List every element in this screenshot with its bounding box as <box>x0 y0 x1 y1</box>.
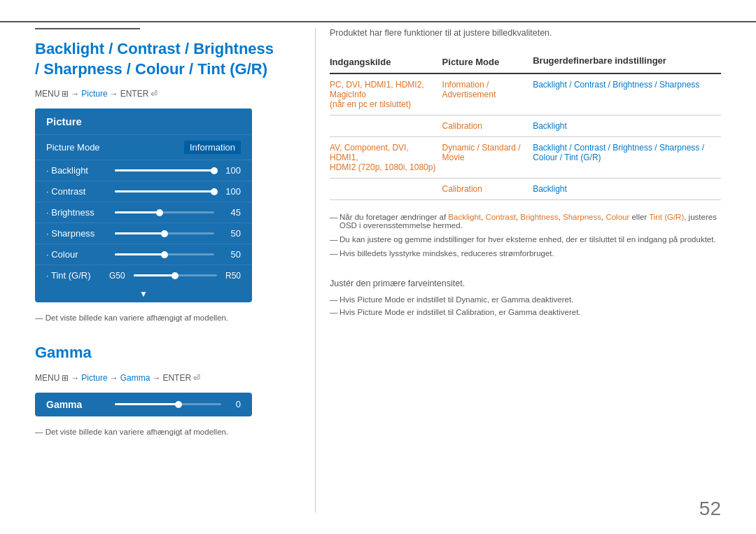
panel-header: Picture <box>35 108 252 134</box>
chevron-down-icon: ▼ <box>35 286 252 302</box>
gamma-row[interactable]: Gamma 0 <box>35 393 252 416</box>
settings-cell-3: Backlight / Contrast / Brightness / Shar… <box>533 137 721 178</box>
mode-cell-4: Calibration <box>442 178 533 200</box>
note-1: Når du foretager ændringer af Backlight,… <box>330 213 721 230</box>
tint-row[interactable]: · Tint (G/R) G50 R50 <box>35 265 252 286</box>
settings-cell-1: Backlight / Contrast / Brightness / Shar… <box>533 73 721 115</box>
contrast-value: 100 <box>220 186 241 197</box>
sharpness-value: 50 <box>220 228 241 239</box>
gamma-label: Gamma <box>46 399 109 410</box>
right-notes: Når du foretager ændringer af Backlight,… <box>330 213 721 258</box>
picture-mode-label: Picture Mode <box>46 142 184 153</box>
picture-mode-value: Information <box>184 141 241 154</box>
source-cell-2 <box>330 115 442 137</box>
section1-note: ― Det viste billede kan variere afhængig… <box>35 314 294 322</box>
section-rule <box>35 28 140 29</box>
gamma-value: 0 <box>227 399 241 409</box>
tint-g-value: G50 <box>109 271 125 281</box>
brightness-row[interactable]: · Brightness 45 <box>35 202 252 223</box>
contrast-row[interactable]: · Contrast 100 <box>35 181 252 202</box>
gamma-title: Gamma <box>35 343 294 363</box>
right-intro: Produktet har flere funktioner til at ju… <box>330 28 721 38</box>
colour-row[interactable]: · Colour 50 <box>35 244 252 265</box>
brightness-label: · Brightness <box>46 207 109 218</box>
gamma-note: ― Det viste billede kan variere afhængig… <box>35 428 294 436</box>
picture-panel: Picture Picture Mode Information · Backl… <box>35 108 252 302</box>
col-header-source: Indgangskilde <box>330 49 442 73</box>
top-rule <box>0 21 756 22</box>
colour-value: 50 <box>220 249 241 260</box>
gamma-right-section: Justér den primære farveintensitet. Hvis… <box>330 279 721 316</box>
source-cell-1: PC, DVI, HDMI1, HDMI2, MagicInfo(når en … <box>330 73 442 115</box>
arrow-icon: ⊞ <box>62 89 69 99</box>
menu-icon: ⊞ <box>62 373 69 383</box>
gamma-note-2: Hvis Picture Mode er indstillet til Cali… <box>330 308 721 316</box>
gamma-intro: Justér den primære farveintensitet. <box>330 279 721 288</box>
backlight-label: · Backlight <box>46 165 109 176</box>
menu-path-2: MENU ⊞ → Picture → Gamma → ENTER ⏎ <box>35 373 294 383</box>
contrast-slider[interactable] <box>115 190 214 192</box>
menu-path-1: MENU ⊞ → Picture → ENTER ⏎ <box>35 89 294 99</box>
settings-cell-2: Backlight <box>533 115 721 137</box>
gamma-slider[interactable] <box>115 403 221 405</box>
mode-cell-1: Information / Advertisement <box>442 73 533 115</box>
tint-slider[interactable] <box>134 274 217 276</box>
note-3: Hvis billedets lysstyrke mindskes, reduc… <box>330 249 721 258</box>
backlight-value: 100 <box>220 165 241 176</box>
col-header-mode: Picture Mode <box>442 49 533 73</box>
mode-cell-3: Dynamic / Standard / Movie <box>442 137 533 178</box>
tint-r-value: R50 <box>225 271 241 281</box>
gamma-note-1: Hvis Picture Mode er indstillet til Dyna… <box>330 295 721 304</box>
brightness-value: 45 <box>220 207 241 218</box>
sharpness-slider[interactable] <box>115 232 214 234</box>
backlight-slider[interactable] <box>115 169 214 171</box>
table-row: Calibration Backlight <box>330 178 721 200</box>
table-row: Calibration Backlight <box>330 115 721 137</box>
col-header-settings: Brugerdefinerbare indstillinger <box>533 49 721 73</box>
right-column: Produktet har flere funktioner til at ju… <box>315 28 721 513</box>
sharpness-row[interactable]: · Sharpness 50 <box>35 223 252 244</box>
picture-mode-row[interactable]: Picture Mode Information <box>35 134 252 160</box>
section1-title: Backlight / Contrast / Brightness / Shar… <box>35 39 294 79</box>
colour-slider[interactable] <box>115 253 214 255</box>
gamma-panel: Gamma 0 <box>35 393 252 416</box>
left-column: Backlight / Contrast / Brightness / Shar… <box>35 28 315 513</box>
mode-cell-2: Calibration <box>442 115 533 137</box>
note-2: Du kan justere og gemme indstillinger fo… <box>330 235 721 244</box>
gamma-section: Gamma MENU ⊞ → Picture → Gamma → ENTER ⏎… <box>35 343 294 436</box>
contrast-label: · Contrast <box>46 186 109 197</box>
table-row: PC, DVI, HDMI1, HDMI2, MagicInfo(når en … <box>330 73 721 115</box>
backlight-row[interactable]: · Backlight 100 <box>35 160 252 181</box>
info-table: Indgangskilde Picture Mode Brugerdefiner… <box>330 49 721 200</box>
settings-cell-4: Backlight <box>533 178 721 200</box>
page-number: 52 <box>699 498 721 520</box>
brightness-slider[interactable] <box>115 211 214 213</box>
table-row: AV, Component, DVI, HDMI1,HDMI2 (720p, 1… <box>330 137 721 178</box>
colour-label: · Colour <box>46 249 109 260</box>
sharpness-label: · Sharpness <box>46 228 109 239</box>
source-cell-3: AV, Component, DVI, HDMI1,HDMI2 (720p, 1… <box>330 137 442 178</box>
tint-label: · Tint (G/R) <box>46 270 109 281</box>
source-cell-4 <box>330 178 442 200</box>
